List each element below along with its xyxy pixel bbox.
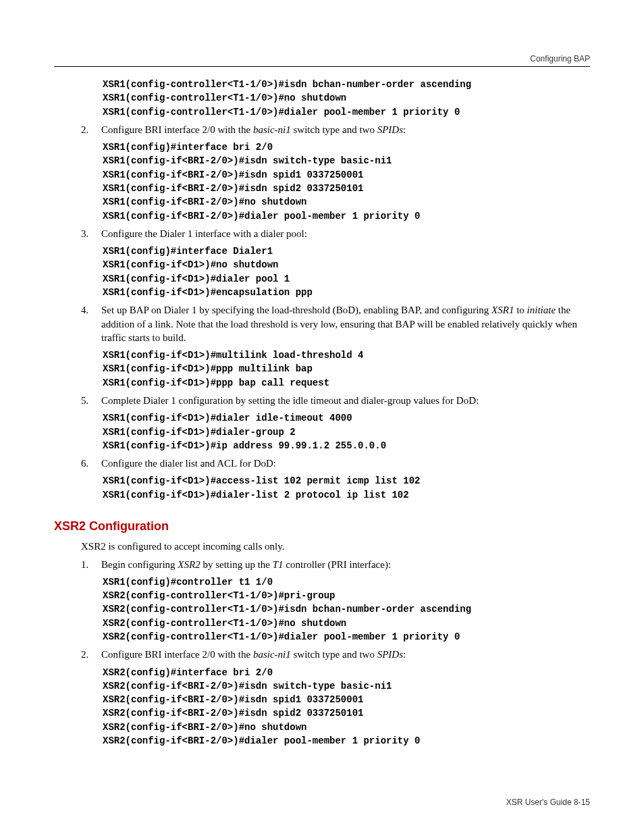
italic-text: basic-ni1 [253,649,291,660]
text: by setting up the [200,559,273,570]
text: : [403,124,406,135]
text: Configure BRI interface 2/0 with the [101,124,253,135]
text: switch type and two [291,649,377,660]
text: Begin configuring [101,559,178,570]
step-2: 2. Configure BRI interface 2/0 with the … [81,123,590,136]
text: : [403,649,406,660]
italic-text: SPIDs [377,124,403,135]
section-intro: XSR2 is configured to accept incoming ca… [81,540,590,553]
text: switch type and two [291,124,377,135]
step-6: 6. Configure the dialer list and ACL for… [81,457,590,470]
step-number: 6. [81,457,101,470]
step-number: 4. [81,303,101,344]
step-number: 3. [81,227,101,240]
code-block: XSR1(config-if<D1>)#dialer idle-timeout … [103,411,590,452]
page-footer: XSR User's Guide 8-15 [506,798,590,807]
step-5: 5. Complete Dialer 1 configuration by se… [81,394,590,407]
text: Set up BAP on Dialer 1 by specifying the… [101,305,491,315]
italic-text: XSR2 [178,559,200,570]
italic-text: SPIDs [377,649,403,660]
section-heading: XSR2 Configuration [54,518,590,534]
step-number: 5. [81,394,101,407]
code-block: XSR1(config)#interface bri 2/0 XSR1(conf… [103,140,590,223]
step-4: 4. Set up BAP on Dialer 1 by specifying … [81,303,590,344]
code-block: XSR1(config-if<D1>)#multilink load-thres… [103,348,590,390]
step-text: Complete Dialer 1 configuration by setti… [101,394,590,407]
page-content: XSR1(config-controller<T1-1/0>)#isdn bch… [54,78,590,748]
text: controller (PRI interface): [284,559,392,570]
code-block: XSR2(config)#interface bri 2/0 XSR2(conf… [103,666,590,748]
step-text: Configure the dialer list and ACL for Do… [101,457,590,470]
step-b1: 1. Begin configuring XSR2 by setting up … [81,558,590,571]
step-text: Configure BRI interface 2/0 with the bas… [101,123,590,136]
step-b2: 2. Configure BRI interface 2/0 with the … [81,648,590,661]
step-number: 1. [81,558,101,571]
step-text: Configure the Dialer 1 interface with a … [101,227,590,240]
italic-text: T1 [273,559,284,570]
step-text: Begin configuring XSR2 by setting up the… [101,558,590,571]
step-text: Set up BAP on Dialer 1 by specifying the… [101,303,590,344]
text: to [514,305,527,315]
step-3: 3. Configure the Dialer 1 interface with… [81,227,590,240]
code-block: XSR1(config)#interface Dialer1 XSR1(conf… [103,244,590,299]
step-text: Configure BRI interface 2/0 with the bas… [101,648,590,661]
text: Configure BRI interface 2/0 with the [101,649,253,660]
italic-text: XSR1 [491,305,514,315]
code-block: XSR1(config)#controller t1 1/0 XSR2(conf… [103,575,590,644]
italic-text: initiate [527,305,556,315]
code-block: XSR1(config-controller<T1-1/0>)#isdn bch… [103,78,590,119]
code-block: XSR1(config-if<D1>)#access-list 102 perm… [103,474,590,502]
step-number: 2. [81,123,101,136]
italic-text: basic-ni1 [253,124,291,135]
step-number: 2. [81,648,101,661]
header-rule [54,66,590,67]
running-header: Configuring BAP [530,54,590,63]
